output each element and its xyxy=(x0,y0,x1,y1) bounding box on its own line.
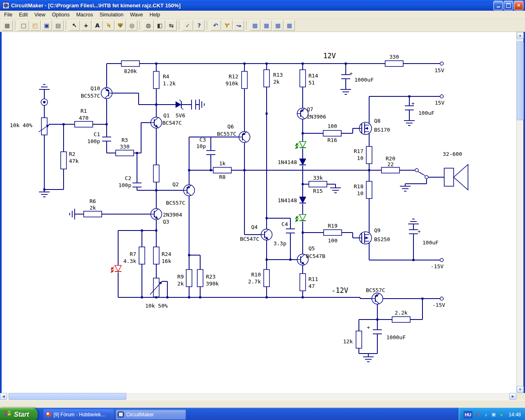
text-tool-icon[interactable]: A xyxy=(92,20,103,31)
svg-text:12V: 12V xyxy=(323,52,336,60)
menu-item-view[interactable]: View xyxy=(31,11,49,18)
svg-text:R13: R13 xyxy=(273,72,283,78)
svg-text:R11: R11 xyxy=(308,276,318,282)
menu-item-help[interactable]: Help xyxy=(146,11,164,18)
select-arrow-tool-icon[interactable]: ↖ xyxy=(69,20,80,31)
menu-item-wave[interactable]: Wave xyxy=(127,11,146,18)
scroll-down-button[interactable]: ▼ xyxy=(517,386,524,393)
menu-item-macros[interactable]: Macros xyxy=(73,11,96,18)
tray-agent-icon[interactable]: ● xyxy=(498,411,504,418)
task-button-1[interactable]: [9] Fórum - Hobbielek... xyxy=(43,409,114,420)
tray-display-icon[interactable]: ▣ xyxy=(491,411,497,418)
schematic-canvas[interactable]: 12V-12V33015V820kR41.2kR12910kR132kR1451… xyxy=(2,32,516,393)
tray-volume-icon[interactable]: ♪ xyxy=(483,411,489,418)
maximize-button[interactable] xyxy=(504,1,513,10)
split-view-icon[interactable]: ⇆ xyxy=(166,20,177,31)
title-bar: CircuitMaker - [C:\Program Files\...\HTB… xyxy=(0,0,525,11)
svg-text:R7: R7 xyxy=(130,251,136,257)
svg-text:10: 10 xyxy=(357,155,363,161)
task-button-label: [9] Fórum - Hobbielek... xyxy=(53,412,105,418)
svg-text:R9: R9 xyxy=(177,274,184,280)
scroll-up-button[interactable]: ▲ xyxy=(517,32,524,39)
minimize-button[interactable] xyxy=(493,1,503,10)
app-icon xyxy=(2,2,9,9)
svg-text:BC557C: BC557C xyxy=(217,131,236,137)
svg-text:1N4148: 1N4148 xyxy=(278,197,297,203)
part-bin-icon[interactable]: ▦ xyxy=(2,20,13,31)
svg-text:2k: 2k xyxy=(177,281,184,287)
minimize-icon xyxy=(497,3,500,7)
svg-text:R24: R24 xyxy=(162,251,171,257)
menu-item-simulation[interactable]: Simulation xyxy=(96,11,127,18)
start-button[interactable]: Start xyxy=(0,408,38,420)
circuitmaker-task-icon xyxy=(118,411,124,418)
close-button[interactable]: × xyxy=(514,1,523,10)
menu-item-options[interactable]: Options xyxy=(49,11,73,18)
undo-icon[interactable]: ↶ xyxy=(210,20,221,31)
tray-icons: ●♪▣● xyxy=(475,411,504,418)
save-file-icon[interactable]: ▣ xyxy=(41,20,52,31)
run-simulation-icon[interactable]: ↝ xyxy=(233,20,244,31)
waveform-display-4-icon[interactable]: ▦ xyxy=(284,20,295,31)
svg-text:-15V: -15V xyxy=(432,302,445,308)
svg-text:22: 22 xyxy=(387,161,394,167)
task-button-2[interactable]: CircuitMaker xyxy=(115,409,186,420)
svg-text:Q9: Q9 xyxy=(374,227,381,233)
svg-text:3.3p: 3.3p xyxy=(274,240,286,247)
scroll-left-button[interactable]: ◀ xyxy=(0,393,7,400)
svg-text:820k: 820k xyxy=(124,68,137,74)
horizontal-scrollbar[interactable]: ◀ ▶ xyxy=(0,393,516,400)
svg-text:C1: C1 xyxy=(94,131,100,137)
wire-tool-icon[interactable]: Ϟ xyxy=(103,20,114,31)
svg-text:R23: R23 xyxy=(206,274,215,280)
waveform-display-3-icon[interactable]: ▦ xyxy=(272,20,283,31)
pan-view-icon[interactable]: ◧ xyxy=(154,20,165,31)
horizontal-scroll-thumb[interactable] xyxy=(9,393,126,400)
svg-text:12k: 12k xyxy=(343,338,353,345)
status-strip xyxy=(0,400,525,408)
svg-text:R1: R1 xyxy=(80,108,87,114)
language-indicator[interactable]: HU xyxy=(463,411,472,418)
vertical-scroll-thumb[interactable] xyxy=(517,41,524,120)
vertical-scrollbar[interactable]: ▲ ▼ xyxy=(516,32,523,393)
probe-tool-icon[interactable]: Ψ xyxy=(115,20,126,31)
waveform-display-2-icon[interactable]: ▦ xyxy=(261,20,272,31)
taskbar-clock: 14:48 xyxy=(509,412,521,418)
svg-text:R12: R12 xyxy=(229,73,238,80)
zoom-tool-icon[interactable]: ◎ xyxy=(126,20,137,31)
toolbar-separator xyxy=(15,21,16,30)
check-circuit-icon[interactable]: ✓ xyxy=(182,20,193,31)
print-icon[interactable]: ▤ xyxy=(52,20,64,31)
svg-text:+: + xyxy=(411,100,415,107)
svg-text:10k 50%: 10k 50% xyxy=(145,303,168,309)
svg-text:R16: R16 xyxy=(327,137,337,143)
new-file-icon[interactable]: □ xyxy=(18,20,29,31)
browser-task-icon xyxy=(46,412,51,417)
svg-text:2k: 2k xyxy=(89,205,96,211)
svg-text:BS250: BS250 xyxy=(374,236,390,242)
svg-text:R18: R18 xyxy=(354,183,363,189)
svg-text:+: + xyxy=(418,228,421,235)
menu-item-file[interactable]: File xyxy=(1,11,16,18)
toolbar: ▦□◰▣▤↖+AϞΨ◎◍◧⇆✓?↶Ƴ↝▦▦▦▦ xyxy=(0,19,525,32)
help-icon[interactable]: ? xyxy=(194,20,205,31)
open-file-icon[interactable]: ◰ xyxy=(30,20,41,31)
toolbar-separator xyxy=(139,21,141,30)
svg-text:Q10: Q10 xyxy=(91,85,100,91)
scope-probe-icon[interactable]: Ƴ xyxy=(221,20,233,31)
zoom-window-icon[interactable]: ◍ xyxy=(143,20,154,31)
svg-text:BC557C: BC557C xyxy=(81,93,100,99)
menu-item-edit[interactable]: Edit xyxy=(16,11,31,18)
svg-text:Q3: Q3 xyxy=(163,219,169,225)
svg-text:-12V: -12V xyxy=(331,286,348,294)
svg-text:R10: R10 xyxy=(251,272,261,278)
start-button-label: Start xyxy=(14,411,29,418)
task-button-area: [9] Fórum - Hobbielek...CircuitMaker xyxy=(43,408,458,420)
svg-text:470: 470 xyxy=(79,115,88,121)
scroll-right-button[interactable]: ▶ xyxy=(509,393,516,400)
tray-antivirus-icon[interactable]: ● xyxy=(475,411,481,418)
waveform-display-1-icon[interactable]: ▦ xyxy=(249,20,260,31)
place-part-tool-icon[interactable]: + xyxy=(80,20,91,31)
svg-text:47: 47 xyxy=(308,283,315,289)
svg-text:R20: R20 xyxy=(386,155,395,162)
